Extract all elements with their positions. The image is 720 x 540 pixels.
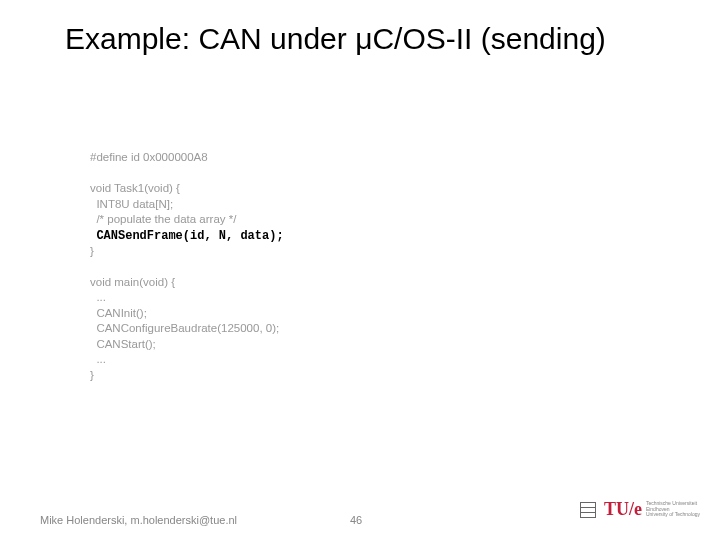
code-line: ... [90,291,106,303]
code-line: CANConfigureBaudrate(125000, 0); [90,322,279,334]
code-line: CANSendFrame(id, N, data); [90,229,284,241]
slide-title: Example: CAN under μC/OS-II (sending) [65,22,680,56]
tue-logo: TU/e Technische Universiteit Eindhoven U… [580,499,700,520]
code-line: void main(void) { [90,276,175,288]
code-line: /* populate the data array */ [90,213,236,225]
code-line: #define id 0x000000A8 [90,151,208,163]
footer: Mike Holenderski, m.holenderski@tue.nl 4… [0,506,720,526]
tue-logo-text: TU/e [604,499,642,520]
code-line: INT8U data[N]; [90,198,173,210]
tue-logo-sub: Technische Universiteit Eindhoven Univer… [646,501,700,518]
code-block: #define id 0x000000A8 void Task1(void) {… [90,150,284,383]
code-line: void Task1(void) { [90,182,180,194]
code-line: CANStart(); [90,338,156,350]
code-emphasis: CANSendFrame(id, N, data); [96,229,283,243]
code-line: CANInit(); [90,307,147,319]
logo-sub-line: University of Technology [646,512,700,518]
code-line: } [90,369,94,381]
square-grid-icon [580,502,596,518]
code-line: } [90,245,94,257]
slide: Example: CAN under μC/OS-II (sending) #d… [0,0,720,540]
footer-author: Mike Holenderski, m.holenderski@tue.nl [40,514,237,526]
page-number: 46 [350,514,362,526]
code-line: ... [90,353,106,365]
